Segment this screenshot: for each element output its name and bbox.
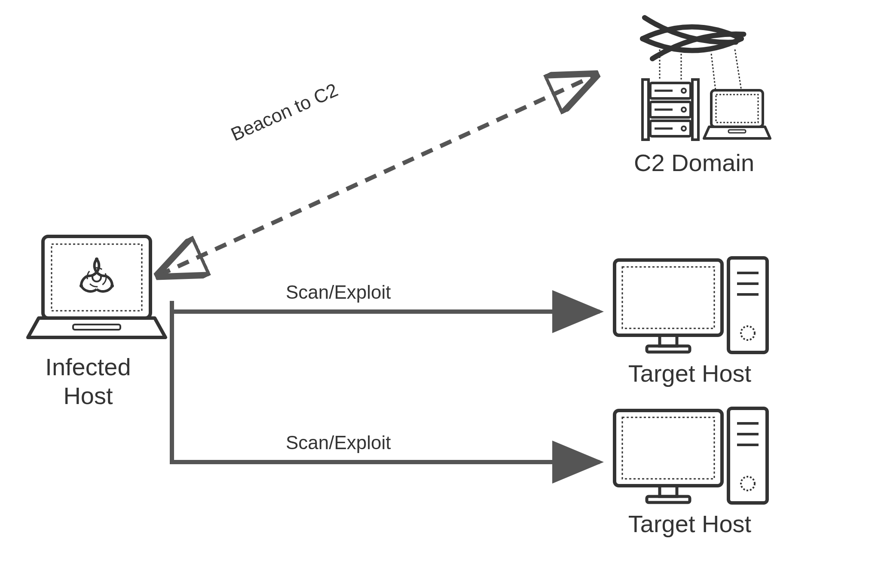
- svg-rect-38: [615, 410, 722, 486]
- scan-exploit-1-label: Scan/Exploit: [286, 282, 391, 303]
- diagram-container: Infected Host C2 Domain Target Host Targ…: [0, 0, 875, 588]
- svg-line-13: [711, 54, 716, 90]
- svg-rect-39: [622, 417, 714, 479]
- svg-rect-26: [711, 90, 763, 127]
- target-host-2-icon: [615, 408, 767, 503]
- svg-rect-32: [647, 346, 690, 352]
- beacon-arrow: [159, 75, 595, 275]
- c2-domain-label: C2 Domain: [619, 148, 769, 177]
- svg-point-10: [110, 284, 114, 288]
- svg-rect-29: [615, 260, 722, 335]
- scan-exploit-2-label: Scan/Exploit: [286, 432, 391, 453]
- svg-point-21: [682, 89, 686, 93]
- c2-domain-icon: [642, 18, 770, 140]
- svg-line-14: [735, 49, 741, 90]
- target-host-2-label: Target Host: [608, 509, 771, 538]
- infected-host-icon: [28, 236, 165, 337]
- svg-rect-27: [716, 95, 758, 122]
- target-host-1-label: Target Host: [608, 359, 771, 388]
- svg-rect-16: [692, 80, 698, 140]
- diagram-svg: [0, 0, 875, 588]
- svg-rect-3: [43, 236, 150, 318]
- svg-rect-30: [622, 267, 714, 328]
- svg-rect-41: [647, 496, 690, 502]
- target-host-1-icon: [615, 258, 767, 352]
- svg-point-8: [95, 257, 98, 261]
- svg-point-23: [682, 107, 686, 112]
- svg-rect-28: [728, 130, 746, 133]
- svg-point-46: [741, 477, 755, 490]
- svg-rect-4: [52, 244, 142, 311]
- svg-point-9: [80, 284, 83, 288]
- svg-point-37: [741, 326, 755, 340]
- svg-rect-15: [642, 80, 649, 140]
- infected-host-label: Infected Host: [13, 352, 163, 410]
- svg-rect-5: [73, 325, 120, 330]
- svg-point-25: [682, 126, 686, 131]
